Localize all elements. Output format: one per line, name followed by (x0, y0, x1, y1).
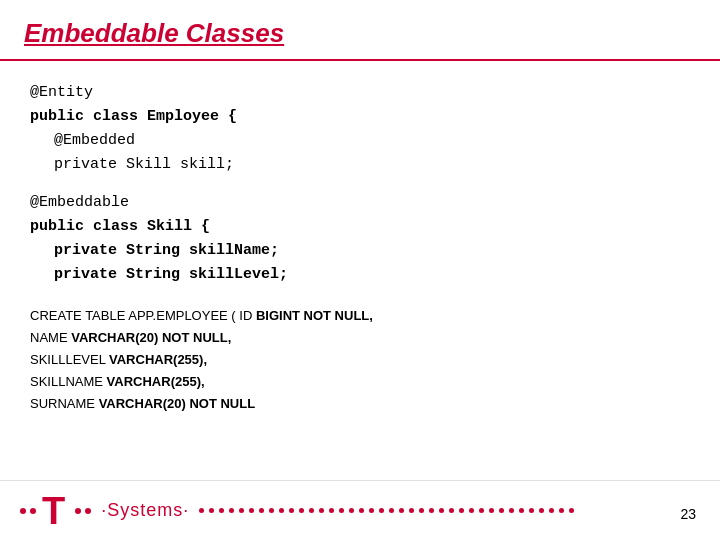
logo-dot-4 (85, 508, 91, 514)
logo-dot-3 (75, 508, 81, 514)
logo-dots-right (75, 508, 91, 514)
sql-line-4: SKILLNAME VARCHAR(255), (30, 371, 690, 393)
sql-line-3: SKILLLEVEL VARCHAR(255), (30, 349, 690, 371)
slide-footer: T ·Systems· (0, 480, 720, 540)
code-block-skill: @Embeddable public class Skill { private… (30, 191, 690, 287)
t-systems-logo: T ·Systems· (20, 492, 574, 530)
logo-dot-2 (30, 508, 36, 514)
sql-line-5: SURNAME VARCHAR(20) NOT NULL (30, 393, 690, 415)
logo-t-letter: T (42, 492, 65, 530)
slide-content: @Entity public class Employee { @Embedde… (0, 61, 720, 425)
logo-systems-text: ·Systems· (101, 500, 189, 521)
code-block-employee: @Entity public class Employee { @Embedde… (30, 81, 690, 177)
sql-block: CREATE TABLE APP.EMPLOYEE ( ID BIGINT NO… (30, 305, 690, 415)
code-spacer (30, 177, 690, 191)
slide-title: Embeddable Classes (24, 18, 696, 49)
sql-line-2: NAME VARCHAR(20) NOT NULL, (30, 327, 690, 349)
logo-dots-line (199, 508, 574, 513)
slide-header: Embeddable Classes (0, 0, 720, 61)
slide: Embeddable Classes @Entity public class … (0, 0, 720, 540)
page-number: 23 (680, 506, 696, 522)
code-line-skill-class: public class Skill { (30, 215, 690, 239)
logo-dot-1 (20, 508, 26, 514)
logo-dots-left (20, 508, 36, 514)
sql-line-1: CREATE TABLE APP.EMPLOYEE ( ID BIGINT NO… (30, 305, 690, 327)
code-line-employee-class: public class Employee { (30, 105, 690, 129)
code-line-skill-field: private Skill skill; (54, 153, 690, 177)
code-line-skilllevel: private String skillLevel; (54, 263, 690, 287)
code-line-embeddable: @Embeddable (30, 191, 690, 215)
code-line-skillname: private String skillName; (54, 239, 690, 263)
code-line-embedded: @Embedded (54, 129, 690, 153)
code-line-entity: @Entity (30, 81, 690, 105)
